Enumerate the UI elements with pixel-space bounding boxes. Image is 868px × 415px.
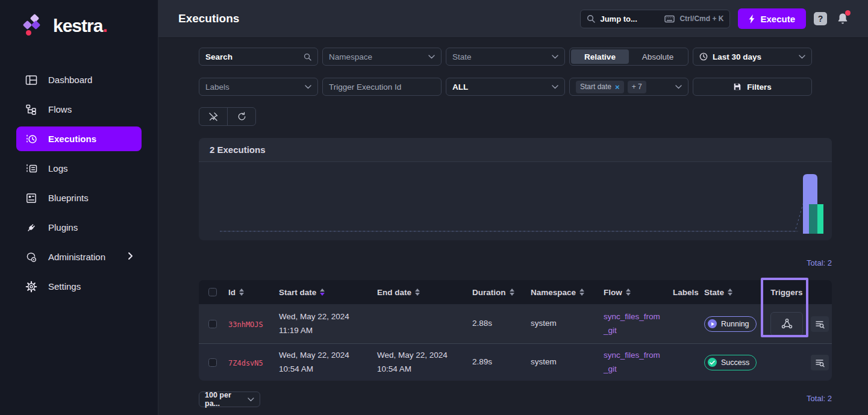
sort-icon[interactable] [510, 289, 514, 296]
table-header-row: Id Start date End date Duration Namespac… [199, 280, 832, 304]
close-icon[interactable]: × [615, 83, 620, 92]
execute-button[interactable]: Execute [738, 8, 806, 29]
main-area: Executions Ctrl/Cmd + K Execute ? [158, 0, 868, 415]
column-header-start-date[interactable]: Start date [276, 288, 375, 297]
execution-clock-icon [25, 133, 38, 146]
sidebar-item-dashboard[interactable]: Dashboard [16, 67, 142, 92]
column-header-labels: Labels [670, 288, 702, 297]
total-count-top: Total: 2 [199, 258, 832, 269]
visible-columns-select[interactable]: Start date × + 7 [569, 78, 688, 96]
sidebar-item-plugins[interactable]: Plugins [16, 215, 142, 240]
notifications-button[interactable] [835, 11, 851, 27]
duration-value: 2.88s [472, 319, 492, 328]
date-range-select[interactable]: Last 30 days [693, 48, 812, 66]
jump-to-search[interactable]: Ctrl/Cmd + K [580, 10, 730, 28]
namespace-value: system [531, 357, 557, 366]
date-mode-toggle: Relative Absolute [569, 48, 688, 66]
refresh-button[interactable] [227, 108, 255, 125]
column-header-namespace[interactable]: Namespace [528, 288, 601, 297]
overlap-bar [809, 204, 817, 234]
column-header-triggers: Triggers [766, 288, 807, 297]
search-icon [587, 14, 595, 23]
jump-to-input[interactable] [600, 14, 655, 23]
duration-value: 2.89s [472, 357, 492, 366]
chart-canvas [199, 162, 832, 240]
sidebar-item-flows[interactable]: Flows [16, 97, 142, 122]
chevron-right-icon [128, 252, 133, 262]
namespace-select[interactable]: Namespace [322, 48, 442, 66]
end-date-value: Wed, May 22, 202410:54 AM [377, 349, 467, 376]
table-row: 7Z4dsvN5 Wed, May 22, 202410:54 AM Wed, … [199, 343, 832, 381]
executions-table: Id Start date End date Duration Namespac… [199, 280, 832, 381]
column-header-id[interactable]: Id [226, 288, 276, 297]
sort-icon[interactable] [728, 289, 732, 296]
trigger-execution-id-input[interactable] [329, 83, 435, 92]
column-header-flow[interactable]: Flow [601, 288, 670, 297]
brand-name: kestra. [53, 16, 107, 36]
per-page-select[interactable]: 100 per pa... [199, 392, 260, 407]
select-all-checkbox[interactable] [208, 288, 217, 296]
execution-details-button[interactable] [811, 355, 829, 370]
start-date-chip[interactable]: Start date × [576, 81, 624, 93]
list-search-icon [814, 319, 825, 329]
start-date-value: Wed, May 22, 202411:19 AM [279, 310, 372, 337]
table-footer: 100 per pa... Total: 2 [199, 392, 832, 407]
column-header-duration[interactable]: Duration [470, 288, 528, 297]
sidebar-item-executions[interactable]: Executions [16, 126, 142, 151]
toggle-charts-button[interactable] [199, 108, 227, 125]
sidebar-item-administration[interactable]: Administration [16, 245, 142, 269]
search-input[interactable] [205, 52, 304, 61]
sidebar-item-label: Blueprints [48, 193, 89, 203]
more-chips-badge[interactable]: + 7 [628, 81, 646, 93]
trigger-execution-id-filter[interactable] [322, 78, 442, 96]
flow-link[interactable]: sync_files_from_git [604, 310, 664, 337]
chevron-down-icon [799, 55, 805, 59]
sort-icon[interactable] [239, 289, 244, 296]
sidebar-item-logs[interactable]: Logs [16, 156, 142, 181]
execution-id-link[interactable]: 7Z4dsvN5 [228, 359, 263, 367]
sort-icon[interactable] [579, 289, 584, 296]
sort-icon[interactable] [626, 289, 631, 296]
topbar: Executions Ctrl/Cmd + K Execute ? [158, 0, 868, 38]
help-button[interactable]: ? [814, 12, 827, 25]
chevron-down-icon [675, 85, 682, 89]
sidebar-item-label: Administration [48, 252, 105, 262]
sidebar-item-label: Dashboard [48, 75, 92, 85]
sort-icon-active-desc[interactable] [320, 289, 325, 296]
trigger-knot-icon [781, 318, 793, 329]
labels-select[interactable]: Labels [199, 78, 318, 96]
relative-toggle[interactable]: Relative [571, 49, 629, 64]
content: Namespace State Relative Absolute Last 3… [158, 38, 868, 415]
start-date-value: Wed, May 22, 202410:54 AM [279, 349, 372, 376]
admin-shield-gear-icon [25, 251, 38, 264]
execution-details-button[interactable] [811, 316, 829, 332]
namespace-value: system [531, 319, 557, 328]
sidebar-item-settings[interactable]: Settings [16, 274, 142, 299]
row-checkbox[interactable] [208, 320, 217, 328]
sidebar-item-label: Logs [48, 163, 68, 173]
column-header-state[interactable]: State [702, 288, 766, 297]
flow-link[interactable]: sync_files_from_git [604, 349, 664, 376]
state-badge-running: Running [704, 316, 757, 332]
table-row: 33nhMOJS Wed, May 22, 202411:19 AM 2.88s… [199, 304, 832, 343]
sidebar-item-label: Plugins [48, 222, 78, 232]
chevron-down-icon [248, 398, 254, 402]
chart-title: 2 Executions [210, 145, 266, 155]
sidebar-item-label: Executions [48, 134, 96, 144]
execution-id-link[interactable]: 33nhMOJS [228, 320, 263, 329]
save-filters-button[interactable]: Filters [693, 78, 812, 96]
lightning-icon [749, 14, 755, 23]
scope-select[interactable]: ALL [446, 78, 565, 96]
sort-icon[interactable] [415, 289, 420, 296]
sidebar-item-label: Flows [48, 104, 72, 114]
state-select[interactable]: State [446, 48, 565, 66]
column-header-end-date[interactable]: End date [375, 288, 470, 297]
trigger-button[interactable] [770, 312, 803, 336]
chevron-down-icon [428, 55, 435, 59]
search-filter[interactable] [199, 48, 318, 66]
absolute-toggle[interactable]: Absolute [629, 49, 687, 64]
kestra-logo[interactable]: kestra. [0, 13, 158, 39]
row-checkbox[interactable] [208, 358, 217, 367]
sidebar-item-blueprints[interactable]: Blueprints [16, 186, 142, 210]
filter-row-1: Namespace State Relative Absolute Last 3… [199, 48, 812, 66]
